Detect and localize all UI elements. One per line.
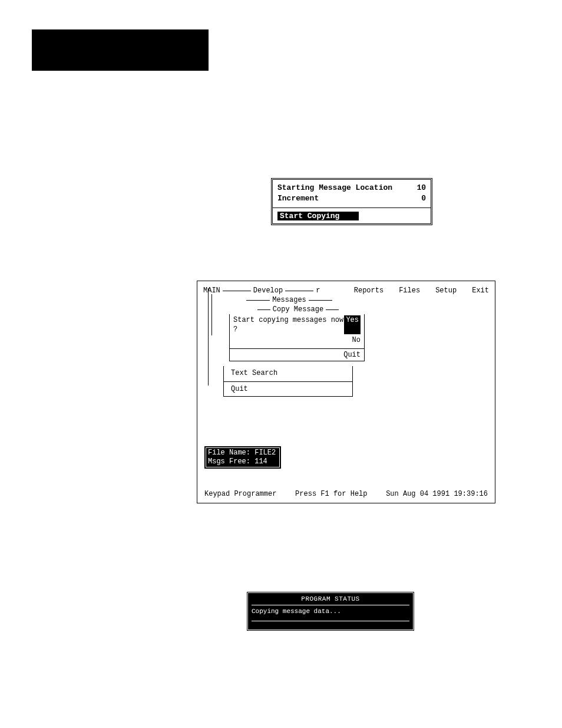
rule-icon	[246, 300, 270, 301]
increment-label: Increment	[277, 193, 319, 204]
rule-icon	[223, 291, 251, 291]
menu-exit[interactable]: Exit	[472, 286, 489, 295]
lower-menu-box: Text Search Quit	[223, 366, 353, 397]
file-name-label: File Name:	[208, 449, 250, 457]
status-right: Sun Aug 04 1991 19:39:16	[386, 490, 488, 498]
program-status-body: Copying message data...	[252, 608, 409, 621]
develop-r: r	[316, 286, 320, 295]
right-menu: Reports Files Setup Exit	[354, 286, 489, 295]
quit-button[interactable]: Quit	[343, 351, 361, 359]
yes-button[interactable]: Yes	[344, 315, 361, 334]
no-button[interactable]: No	[233, 335, 361, 345]
page: Starting Message Location 10 Increment 0…	[0, 0, 562, 728]
copy-message-title: Copy Message	[234, 305, 362, 314]
starting-location-value: 10	[416, 183, 426, 193]
quit-item[interactable]: Quit	[231, 384, 348, 394]
file-name-value: FILE2	[254, 449, 276, 457]
menu-side-line	[208, 288, 209, 386]
program-status-title: PROGRAM STATUS	[252, 595, 409, 605]
status-center: Press F1 for Help	[295, 490, 367, 498]
develop-label[interactable]: Develop	[253, 286, 283, 295]
rule-icon	[309, 300, 332, 301]
top-menu-bar: MAIN Develop r Reports Files Setup Exit	[203, 286, 489, 295]
file-name-row: File Name: FILE2	[208, 449, 277, 457]
msgs-free-label: Msgs Free:	[208, 457, 250, 466]
msgs-free-value: 114	[254, 457, 267, 466]
file-info-box: File Name: FILE2 Msgs Free: 114	[204, 446, 281, 469]
program-status-panel: PROGRAM STATUS Copying message data...	[246, 591, 415, 631]
start-message-panel: Starting Message Location 10 Increment 0…	[271, 178, 432, 225]
panel1-divider	[273, 207, 431, 208]
status-bar: Keypad Programmer Press F1 for Help Sun …	[204, 490, 488, 498]
text-search-item[interactable]: Text Search	[231, 368, 348, 378]
main-develop-group: MAIN Develop r	[203, 286, 320, 295]
copy-question-row: Start copying messages now ? Yes	[233, 315, 361, 334]
header-black-block	[32, 29, 209, 71]
rule-icon	[326, 309, 339, 310]
starting-location-row: Starting Message Location 10	[277, 183, 426, 193]
starting-location-label: Starting Message Location	[277, 183, 392, 193]
increment-value: 0	[421, 193, 426, 204]
start-copying-button[interactable]: Start Copying	[277, 212, 359, 220]
increment-row: Increment 0	[277, 193, 426, 204]
status-left: Keypad Programmer	[204, 490, 276, 498]
menu-side-line-2	[211, 294, 212, 335]
menu-reports[interactable]: Reports	[354, 286, 384, 295]
develop-line: Develop	[220, 286, 316, 295]
messages-label: Messages	[272, 295, 306, 305]
app-window: MAIN Develop r Reports Files Setup Exit	[197, 281, 495, 503]
messages-title: Messages	[228, 295, 351, 305]
lower-sep	[224, 381, 352, 382]
copy-message-box: Start copying messages now ? Yes No Quit	[229, 314, 365, 361]
menu-setup[interactable]: Setup	[435, 286, 457, 295]
app-inner: MAIN Develop r Reports Files Setup Exit	[197, 281, 495, 401]
rule-icon	[285, 291, 313, 291]
copy-question: Start copying messages now ?	[233, 315, 344, 334]
menu-files[interactable]: Files	[399, 286, 420, 295]
rule-icon	[257, 309, 270, 310]
copy-message-label: Copy Message	[273, 305, 323, 314]
msgs-free-row: Msgs Free: 114	[208, 457, 277, 466]
